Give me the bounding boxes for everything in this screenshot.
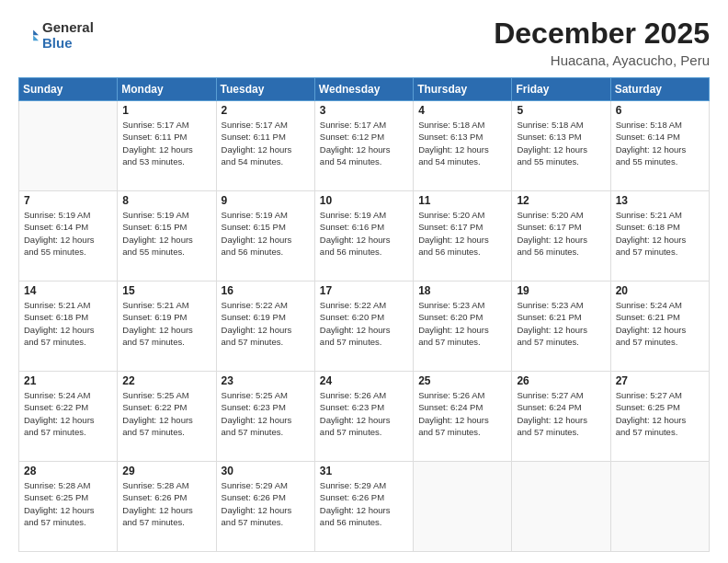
day-info: Sunrise: 5:26 AMSunset: 6:24 PMDaylight:…: [418, 389, 506, 438]
day-info: Sunrise: 5:21 AMSunset: 6:18 PMDaylight:…: [616, 209, 704, 258]
day-info: Sunrise: 5:27 AMSunset: 6:24 PMDaylight:…: [517, 389, 605, 438]
day-number: 28: [24, 465, 112, 477]
week-row-2: 7Sunrise: 5:19 AMSunset: 6:14 PMDaylight…: [19, 191, 710, 282]
day-info: Sunrise: 5:18 AMSunset: 6:13 PMDaylight:…: [418, 119, 506, 167]
day-number: 26: [517, 374, 605, 387]
week-row-4: 21Sunrise: 5:24 AMSunset: 6:22 PMDayligh…: [19, 372, 710, 462]
calendar-cell: [414, 462, 512, 552]
calendar-cell: 11Sunrise: 5:20 AMSunset: 6:17 PMDayligh…: [414, 191, 512, 282]
day-number: 7: [24, 194, 112, 207]
weekday-header-saturday: Saturday: [610, 78, 709, 101]
day-number: 4: [418, 104, 506, 117]
calendar-cell: [512, 462, 610, 552]
calendar-header: SundayMondayTuesdayWednesdayThursdayFrid…: [19, 78, 710, 101]
logo: General Blue: [18, 20, 94, 51]
week-row-5: 28Sunrise: 5:28 AMSunset: 6:25 PMDayligh…: [19, 462, 710, 552]
day-number: 5: [517, 104, 605, 117]
day-info: Sunrise: 5:24 AMSunset: 6:21 PMDaylight:…: [616, 299, 704, 348]
calendar-cell: 4Sunrise: 5:18 AMSunset: 6:13 PMDaylight…: [414, 101, 512, 191]
day-info: Sunrise: 5:25 AMSunset: 6:23 PMDaylight:…: [222, 389, 310, 438]
day-info: Sunrise: 5:23 AMSunset: 6:21 PMDaylight:…: [517, 299, 605, 348]
day-info: Sunrise: 5:21 AMSunset: 6:18 PMDaylight:…: [24, 299, 112, 348]
day-info: Sunrise: 5:17 AMSunset: 6:11 PMDaylight:…: [122, 119, 210, 167]
day-info: Sunrise: 5:29 AMSunset: 6:26 PMDaylight:…: [320, 479, 408, 528]
weekday-header-tuesday: Tuesday: [216, 78, 314, 101]
day-info: Sunrise: 5:20 AMSunset: 6:17 PMDaylight:…: [418, 209, 506, 258]
day-number: 25: [418, 374, 506, 387]
day-number: 8: [122, 194, 210, 207]
day-info: Sunrise: 5:28 AMSunset: 6:26 PMDaylight:…: [122, 479, 210, 528]
week-row-3: 14Sunrise: 5:21 AMSunset: 6:18 PMDayligh…: [19, 282, 710, 372]
day-info: Sunrise: 5:23 AMSunset: 6:20 PMDaylight:…: [418, 299, 506, 348]
calendar-cell: 19Sunrise: 5:23 AMSunset: 6:21 PMDayligh…: [512, 282, 610, 372]
calendar-cell: 25Sunrise: 5:26 AMSunset: 6:24 PMDayligh…: [414, 372, 512, 462]
calendar-cell: 3Sunrise: 5:17 AMSunset: 6:12 PMDaylight…: [314, 101, 413, 191]
calendar-cell: 22Sunrise: 5:25 AMSunset: 6:22 PMDayligh…: [118, 372, 216, 462]
calendar-table: SundayMondayTuesdayWednesdayThursdayFrid…: [18, 77, 710, 552]
calendar-cell: 21Sunrise: 5:24 AMSunset: 6:22 PMDayligh…: [19, 372, 118, 462]
week-row-1: 1Sunrise: 5:17 AMSunset: 6:11 PMDaylight…: [19, 101, 710, 191]
main-title: December 2025: [494, 17, 710, 51]
calendar-cell: 30Sunrise: 5:29 AMSunset: 6:26 PMDayligh…: [216, 462, 314, 552]
day-number: 11: [418, 194, 506, 207]
calendar-cell: 8Sunrise: 5:19 AMSunset: 6:15 PMDaylight…: [118, 191, 216, 282]
calendar-cell: 20Sunrise: 5:24 AMSunset: 6:21 PMDayligh…: [610, 282, 709, 372]
calendar-cell: 17Sunrise: 5:22 AMSunset: 6:20 PMDayligh…: [314, 282, 413, 372]
svg-marker-1: [33, 35, 39, 40]
calendar-body: 1Sunrise: 5:17 AMSunset: 6:11 PMDaylight…: [19, 101, 710, 552]
weekday-header-friday: Friday: [512, 78, 610, 101]
weekday-row: SundayMondayTuesdayWednesdayThursdayFrid…: [19, 78, 710, 101]
day-info: Sunrise: 5:29 AMSunset: 6:26 PMDaylight:…: [222, 479, 310, 528]
weekday-header-monday: Monday: [118, 78, 216, 101]
day-info: Sunrise: 5:20 AMSunset: 6:17 PMDaylight:…: [517, 209, 605, 258]
calendar-cell: 23Sunrise: 5:25 AMSunset: 6:23 PMDayligh…: [216, 372, 314, 462]
day-number: 1: [122, 104, 210, 117]
day-info: Sunrise: 5:19 AMSunset: 6:15 PMDaylight:…: [122, 209, 210, 258]
day-info: Sunrise: 5:22 AMSunset: 6:19 PMDaylight:…: [222, 299, 310, 348]
day-number: 10: [320, 194, 408, 207]
day-info: Sunrise: 5:19 AMSunset: 6:14 PMDaylight:…: [24, 209, 112, 258]
calendar-cell: [610, 462, 709, 552]
day-number: 23: [222, 374, 310, 387]
day-number: 2: [222, 104, 310, 117]
calendar-cell: 5Sunrise: 5:18 AMSunset: 6:13 PMDaylight…: [512, 101, 610, 191]
day-number: 12: [517, 194, 605, 207]
day-number: 14: [24, 284, 112, 297]
day-info: Sunrise: 5:19 AMSunset: 6:15 PMDaylight:…: [222, 209, 310, 258]
calendar-cell: 18Sunrise: 5:23 AMSunset: 6:20 PMDayligh…: [414, 282, 512, 372]
day-info: Sunrise: 5:25 AMSunset: 6:22 PMDaylight:…: [122, 389, 210, 438]
day-info: Sunrise: 5:24 AMSunset: 6:22 PMDaylight:…: [24, 389, 112, 438]
day-number: 30: [222, 465, 310, 477]
day-info: Sunrise: 5:26 AMSunset: 6:23 PMDaylight:…: [320, 389, 408, 438]
weekday-header-wednesday: Wednesday: [314, 78, 413, 101]
logo-text: General Blue: [42, 20, 94, 51]
day-number: 13: [616, 194, 704, 207]
day-number: 3: [320, 104, 408, 117]
logo-icon: [18, 26, 39, 46]
day-number: 18: [418, 284, 506, 297]
subtitle: Huacana, Ayacucho, Peru: [494, 52, 710, 68]
calendar-cell: 12Sunrise: 5:20 AMSunset: 6:17 PMDayligh…: [512, 191, 610, 282]
calendar-cell: [19, 101, 118, 191]
day-number: 6: [616, 104, 704, 117]
day-number: 31: [320, 465, 408, 477]
day-number: 29: [122, 465, 210, 477]
day-info: Sunrise: 5:28 AMSunset: 6:25 PMDaylight:…: [24, 479, 112, 528]
weekday-header-thursday: Thursday: [414, 78, 512, 101]
calendar-cell: 10Sunrise: 5:19 AMSunset: 6:16 PMDayligh…: [314, 191, 413, 282]
calendar-cell: 15Sunrise: 5:21 AMSunset: 6:19 PMDayligh…: [118, 282, 216, 372]
calendar-cell: 6Sunrise: 5:18 AMSunset: 6:14 PMDaylight…: [610, 101, 709, 191]
day-number: 9: [222, 194, 310, 207]
calendar-cell: 27Sunrise: 5:27 AMSunset: 6:25 PMDayligh…: [610, 372, 709, 462]
calendar-cell: 16Sunrise: 5:22 AMSunset: 6:19 PMDayligh…: [216, 282, 314, 372]
page: General Blue December 2025 Huacana, Ayac…: [0, 0, 728, 563]
title-block: December 2025 Huacana, Ayacucho, Peru: [494, 17, 710, 68]
logo-blue: Blue: [42, 36, 94, 52]
calendar-cell: 1Sunrise: 5:17 AMSunset: 6:11 PMDaylight…: [118, 101, 216, 191]
calendar-cell: 28Sunrise: 5:28 AMSunset: 6:25 PMDayligh…: [19, 462, 118, 552]
calendar-cell: 2Sunrise: 5:17 AMSunset: 6:11 PMDaylight…: [216, 101, 314, 191]
day-info: Sunrise: 5:21 AMSunset: 6:19 PMDaylight:…: [122, 299, 210, 348]
day-number: 22: [122, 374, 210, 387]
day-number: 24: [320, 374, 408, 387]
calendar-cell: 13Sunrise: 5:21 AMSunset: 6:18 PMDayligh…: [610, 191, 709, 282]
